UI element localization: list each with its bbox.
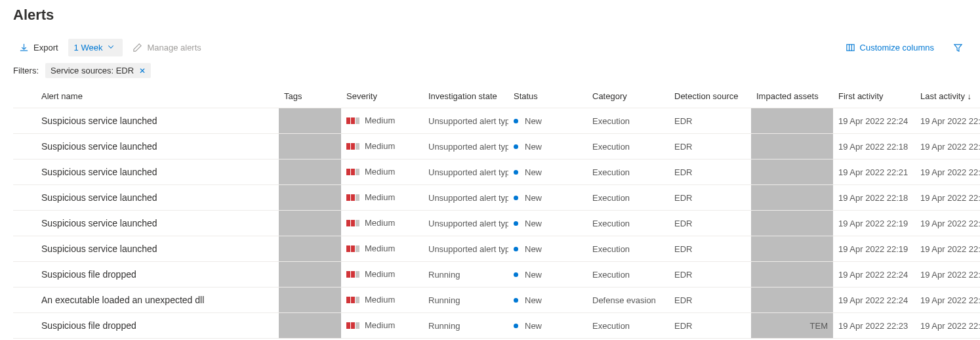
cell-alert-name[interactable]: Suspicious file dropped	[36, 262, 279, 287]
status-label: New	[525, 116, 542, 126]
cell-category: Execution	[587, 134, 669, 159]
cell-last-activity: 19 Apr 2022 22:26	[915, 185, 980, 211]
status-dot-icon	[514, 324, 518, 328]
col-alert-name[interactable]: Alert name	[36, 85, 279, 108]
cell-alert-name[interactable]: Suspicious service launched	[36, 159, 279, 185]
cell-category: Defense evasion	[587, 287, 669, 313]
cell-tags	[279, 313, 341, 339]
export-button[interactable]: Export	[13, 39, 64, 56]
cell-first-activity: 19 Apr 2022 22:24	[833, 287, 915, 313]
close-icon[interactable]: ✕	[139, 66, 146, 75]
cell-first-activity: 19 Apr 2022 22:19	[833, 211, 915, 236]
status-dot-icon	[514, 196, 518, 200]
cell-detection-source: EDR	[669, 262, 751, 287]
status-label: New	[525, 142, 542, 152]
cell-impacted-assets	[751, 287, 833, 313]
status-label: New	[525, 295, 542, 305]
cell-alert-name[interactable]: Suspicious service launched	[36, 108, 279, 134]
severity-bars-icon	[346, 297, 359, 303]
cell-category: Execution	[587, 108, 669, 134]
toolbar: Export 1 Week Manage alerts	[13, 35, 967, 59]
table-row[interactable]: Suspicious file droppedMediumRunningNewE…	[13, 313, 980, 339]
row-checkbox-cell[interactable]	[13, 159, 36, 185]
row-checkbox-cell[interactable]	[13, 236, 36, 262]
row-checkbox-cell[interactable]	[13, 134, 36, 159]
cell-status: New	[508, 185, 587, 211]
col-impacted-assets[interactable]: Impacted assets	[751, 85, 833, 108]
cell-investigation-state: Unsupported alert type	[423, 211, 508, 236]
table-row[interactable]: Suspicious service launchedMediumUnsuppo…	[13, 134, 980, 159]
severity-label: Medium	[365, 192, 395, 202]
cell-tags	[279, 134, 341, 159]
row-checkbox-cell[interactable]	[13, 185, 36, 211]
col-tags[interactable]: Tags	[279, 85, 341, 108]
filter-button[interactable]	[949, 39, 967, 56]
cell-severity: Medium	[341, 185, 423, 211]
severity-bars-icon	[346, 117, 359, 124]
cell-investigation-state: Unsupported alert type	[423, 159, 508, 185]
cell-alert-name[interactable]: Suspicious service launched	[36, 134, 279, 159]
row-checkbox-cell[interactable]	[13, 108, 36, 134]
cell-first-activity: 19 Apr 2022 22:24	[833, 108, 915, 134]
cell-severity: Medium	[341, 236, 423, 262]
filter-chip[interactable]: Service sources: EDR ✕	[45, 63, 151, 78]
col-severity[interactable]: Severity	[341, 85, 423, 108]
col-detection-source[interactable]: Detection source	[669, 85, 751, 108]
severity-label: Medium	[365, 141, 395, 151]
cell-alert-name[interactable]: Suspicious service launched	[36, 185, 279, 211]
filter-icon	[953, 43, 963, 53]
cell-alert-name[interactable]: Suspicious service launched	[36, 236, 279, 262]
col-last-activity[interactable]: Last activity	[915, 85, 980, 108]
row-checkbox-cell[interactable]	[13, 313, 36, 339]
cell-category: Execution	[587, 313, 669, 339]
chevron-down-icon	[107, 43, 117, 53]
severity-label: Medium	[365, 116, 395, 125]
cell-alert-name[interactable]: Suspicious service launched	[36, 211, 279, 236]
cell-tags	[279, 185, 341, 211]
cell-status: New	[508, 211, 587, 236]
filter-chip-text: Service sources: EDR	[51, 66, 134, 75]
severity-label: Medium	[365, 167, 395, 177]
row-checkbox-cell[interactable]	[13, 287, 36, 313]
cell-first-activity: 19 Apr 2022 22:18	[833, 134, 915, 159]
col-investigation-state[interactable]: Investigation state	[423, 85, 508, 108]
severity-bars-icon	[346, 220, 359, 226]
manage-alerts-label: Manage alerts	[147, 43, 201, 53]
col-checkbox[interactable]	[13, 85, 36, 108]
cell-alert-name[interactable]: An executable loaded an unexpected dll	[36, 287, 279, 313]
page-title: Alerts	[13, 7, 967, 24]
cell-category: Execution	[587, 262, 669, 287]
cell-impacted-assets	[751, 159, 833, 185]
cell-category: Execution	[587, 185, 669, 211]
table-row[interactable]: Suspicious service launchedMediumUnsuppo…	[13, 236, 980, 262]
table-row[interactable]: Suspicious service launchedMediumUnsuppo…	[13, 211, 980, 236]
cell-first-activity: 19 Apr 2022 22:19	[833, 236, 915, 262]
col-first-activity[interactable]: First activity	[833, 85, 915, 108]
cell-investigation-state: Running	[423, 287, 508, 313]
table-row[interactable]: An executable loaded an unexpected dllMe…	[13, 287, 980, 313]
cell-alert-name[interactable]: Suspicious file dropped	[36, 313, 279, 339]
cell-detection-source: EDR	[669, 108, 751, 134]
row-checkbox-cell[interactable]	[13, 211, 36, 236]
cell-last-activity: 19 Apr 2022 22:25	[915, 236, 980, 262]
cell-status: New	[508, 159, 587, 185]
customize-columns-button[interactable]: Customize columns	[840, 39, 940, 56]
cell-severity: Medium	[341, 108, 423, 134]
cell-investigation-state: Running	[423, 313, 508, 339]
row-checkbox-cell[interactable]	[13, 262, 36, 287]
time-range-dropdown[interactable]: 1 Week	[68, 39, 123, 56]
table-row[interactable]: Suspicious service launchedMediumUnsuppo…	[13, 185, 980, 211]
manage-alerts-button: Manage alerts	[127, 39, 207, 56]
cell-investigation-state: Running	[423, 262, 508, 287]
col-category[interactable]: Category	[587, 85, 669, 108]
columns-icon	[846, 43, 855, 53]
severity-bars-icon	[346, 245, 359, 252]
export-label: Export	[33, 43, 58, 53]
table-row[interactable]: Suspicious file droppedMediumRunningNewE…	[13, 262, 980, 287]
cell-impacted-assets	[751, 211, 833, 236]
table-row[interactable]: Suspicious service launchedMediumUnsuppo…	[13, 159, 980, 185]
cell-investigation-state: Unsupported alert type	[423, 108, 508, 134]
col-status[interactable]: Status	[508, 85, 587, 108]
table-row[interactable]: Suspicious service launchedMediumUnsuppo…	[13, 108, 980, 134]
cell-investigation-state: Unsupported alert type	[423, 134, 508, 159]
